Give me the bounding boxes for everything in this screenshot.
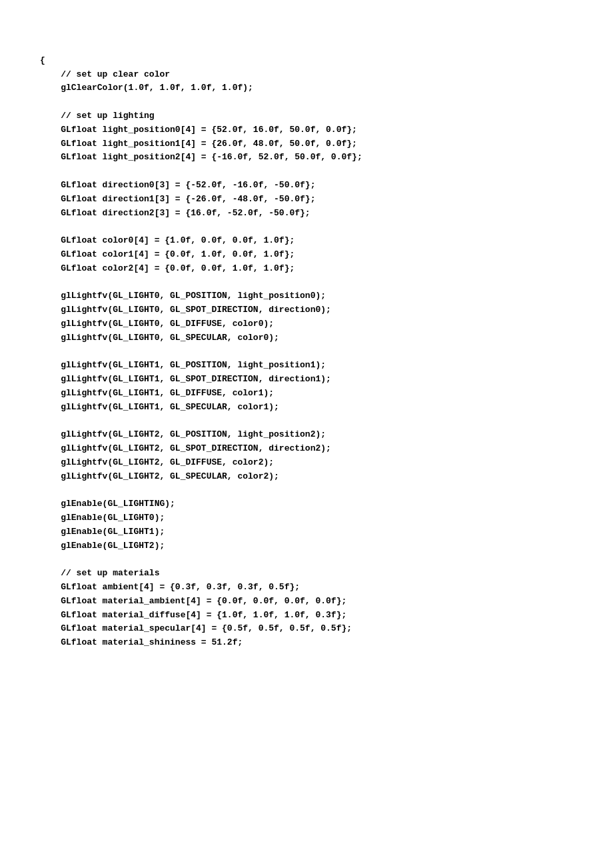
code-line-14: GLfloat color1[4] = {0.0f, 1.0f, 0.0f, 1…: [40, 248, 613, 262]
code-line-11: GLfloat direction2[3] = {16.0f, -52.0f, …: [40, 207, 613, 221]
code-line-13: GLfloat color0[4] = {1.0f, 0.0f, 0.0f, 1…: [40, 234, 613, 248]
code-line-28: glLightfv(GL_LIGHT2, GL_SPOT_DIRECTION, …: [40, 442, 613, 456]
code-line-26: [40, 415, 613, 429]
code-line-29: glLightfv(GL_LIGHT2, GL_DIFFUSE, color2)…: [40, 456, 613, 470]
code-line-30: glLightfv(GL_LIGHT2, GL_SPECULAR, color2…: [40, 470, 613, 484]
code-line-0: {: [40, 54, 613, 68]
code-line-27: glLightfv(GL_LIGHT2, GL_POSITION, light_…: [40, 428, 613, 442]
code-line-5: GLfloat light_position0[4] = {52.0f, 16.…: [40, 123, 613, 137]
code-line-41: GLfloat material_specular[4] = {0.5f, 0.…: [40, 622, 613, 636]
code-line-40: GLfloat material_diffuse[4] = {1.0f, 1.0…: [40, 609, 613, 623]
code-line-39: GLfloat material_ambient[4] = {0.0f, 0.0…: [40, 595, 613, 609]
code-line-12: [40, 220, 613, 234]
code-line-15: GLfloat color2[4] = {0.0f, 0.0f, 1.0f, 1…: [40, 262, 613, 276]
code-line-21: [40, 345, 613, 359]
code-line-9: GLfloat direction0[3] = {-52.0f, -16.0f,…: [40, 179, 613, 193]
code-line-36: [40, 553, 613, 567]
code-line-22: glLightfv(GL_LIGHT1, GL_POSITION, light_…: [40, 359, 613, 373]
code-block: { // set up clear color glClearColor(1.0…: [40, 40, 613, 650]
code-line-1: // set up clear color: [40, 68, 613, 82]
code-line-42: GLfloat material_shininess = 51.2f;: [40, 636, 613, 650]
code-line-19: glLightfv(GL_LIGHT0, GL_DIFFUSE, color0)…: [40, 317, 613, 331]
code-line-7: GLfloat light_position2[4] = {-16.0f, 52…: [40, 151, 613, 165]
code-line-6: GLfloat light_position1[4] = {26.0f, 48.…: [40, 137, 613, 151]
code-line-24: glLightfv(GL_LIGHT1, GL_DIFFUSE, color1)…: [40, 387, 613, 401]
code-line-3: [40, 95, 613, 109]
code-line-31: [40, 484, 613, 498]
code-line-2: glClearColor(1.0f, 1.0f, 1.0f, 1.0f);: [40, 81, 613, 95]
code-line-8: [40, 165, 613, 179]
code-line-4: // set up lighting: [40, 109, 613, 123]
code-line-37: // set up materials: [40, 567, 613, 581]
code-line-38: GLfloat ambient[4] = {0.3f, 0.3f, 0.3f, …: [40, 581, 613, 595]
code-line-34: glEnable(GL_LIGHT1);: [40, 525, 613, 539]
code-line-35: glEnable(GL_LIGHT2);: [40, 539, 613, 553]
code-line-25: glLightfv(GL_LIGHT1, GL_SPECULAR, color1…: [40, 401, 613, 415]
code-line-20: glLightfv(GL_LIGHT0, GL_SPECULAR, color0…: [40, 331, 613, 345]
code-line-16: [40, 276, 613, 290]
code-line-33: glEnable(GL_LIGHT0);: [40, 511, 613, 525]
code-line-17: glLightfv(GL_LIGHT0, GL_POSITION, light_…: [40, 289, 613, 303]
code-line-23: glLightfv(GL_LIGHT1, GL_SPOT_DIRECTION, …: [40, 373, 613, 387]
code-line-32: glEnable(GL_LIGHTING);: [40, 497, 613, 511]
code-line-18: glLightfv(GL_LIGHT0, GL_SPOT_DIRECTION, …: [40, 303, 613, 317]
code-line-10: GLfloat direction1[3] = {-26.0f, -48.0f,…: [40, 193, 613, 207]
